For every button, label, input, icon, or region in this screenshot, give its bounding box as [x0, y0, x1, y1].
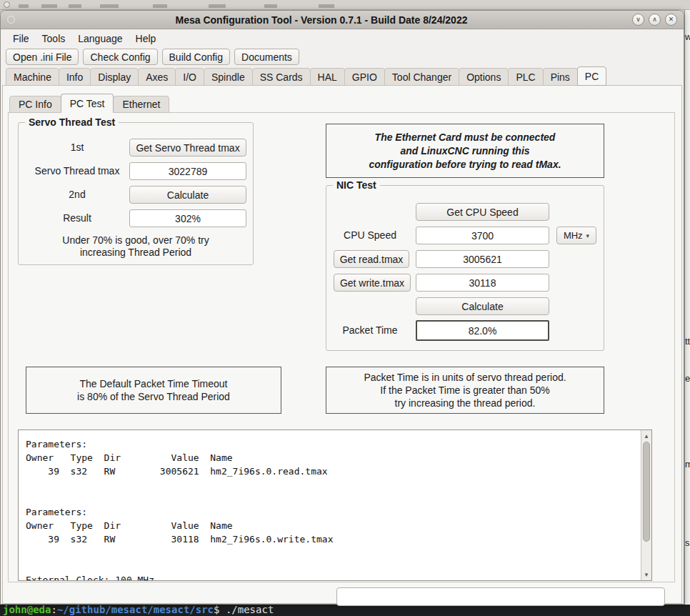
subtab-pc-test[interactable]: PC Test: [61, 94, 114, 113]
packet-note-line1: Packet Time is in units of servo thread …: [364, 371, 566, 384]
titlebar[interactable]: Mesa Configuration Tool - Version 0.7.1 …: [1, 11, 684, 29]
toolbar: Open .ini File Check Config Build Config…: [1, 47, 684, 66]
get-write-tmax-button[interactable]: Get write.tmax: [334, 274, 411, 292]
desktop-fragment: [209, 4, 226, 8]
terminal-window-strip: john@eda:~/github/mesact/mesact/src$ ./m…: [0, 605, 690, 616]
tab-pc[interactable]: PC: [577, 66, 606, 86]
nic-calculate-button[interactable]: Calculate: [416, 297, 549, 315]
cpu-speed-unit-value: MHz: [564, 230, 583, 241]
build-config-button[interactable]: Build Config: [162, 49, 231, 65]
ethernet-note-line3: configuration before trying to read tMax…: [369, 158, 561, 172]
desktop-fragment: [19, 4, 29, 8]
window-controls: ∨ ∧ ✕: [628, 14, 677, 26]
check-config-button[interactable]: Check Config: [83, 49, 157, 65]
scrollbar-thumb[interactable]: [643, 442, 650, 542]
get-servo-thread-tmax-button[interactable]: Get Servo Thread tmax: [129, 139, 246, 157]
tab-tool-changer[interactable]: Tool Changer: [384, 68, 459, 86]
tab-ss-cards[interactable]: SS Cards: [252, 68, 311, 86]
desktop-fragment: [69, 4, 81, 8]
command-entry[interactable]: [336, 587, 665, 606]
subtab-ethernet[interactable]: Ethernet: [113, 96, 169, 113]
nic-test-group: NIC Test Get CPU Speed CPU Speed MHz ▾ G…: [326, 185, 604, 351]
servo-calculate-button[interactable]: Calculate: [129, 186, 246, 204]
hal-output-text[interactable]: Parameters: Owner Type Dir Value Name 39…: [19, 430, 640, 580]
packet-timeout-note: The Default Packet Time Timeout is 80% o…: [26, 367, 281, 414]
result-label: Result: [27, 209, 127, 227]
scroll-up-icon[interactable]: ▲: [641, 431, 651, 441]
menu-tools[interactable]: Tools: [36, 31, 72, 46]
menu-language[interactable]: Language: [71, 31, 129, 46]
subtab-pc-info[interactable]: PC Info: [9, 96, 61, 113]
tab-options[interactable]: Options: [459, 68, 509, 86]
hal-output-panel: Parameters: Owner Type Dir Value Name 39…: [18, 429, 652, 581]
tab-axes[interactable]: Axes: [138, 68, 176, 86]
open-ini-file-button[interactable]: Open .ini File: [6, 49, 79, 65]
packet-time-label: Packet Time: [331, 322, 409, 339]
ethernet-note-line1: The Ethernet Card must be connected: [375, 131, 556, 144]
desktop-fragment: [100, 4, 119, 8]
ethernet-note-line2: and LinuxCNC running this: [400, 144, 529, 158]
tab-plc[interactable]: PLC: [508, 68, 543, 86]
read-tmax-field[interactable]: [416, 250, 549, 268]
close-icon[interactable]: ✕: [665, 14, 677, 26]
packet-note-line2: If the Packet Time is greater than 50%: [380, 384, 549, 397]
nic-test-title: NIC Test: [333, 179, 380, 191]
desktop-fragment: [319, 4, 334, 8]
app-window: Mesa Configuration Tool - Version 0.7.1 …: [0, 10, 684, 605]
background-text-fragment: m: [685, 459, 690, 470]
window-icon: [7, 16, 15, 24]
terminal-separator: :: [51, 605, 56, 615]
get-read-tmax-button[interactable]: Get read.tmax: [334, 250, 409, 268]
servo-note-line1: Under 70% is good, over 70% try: [19, 234, 253, 247]
output-scrollbar[interactable]: ▲ ▼: [641, 430, 651, 580]
background-window-top-strip: [0, 0, 690, 10]
menu-file[interactable]: File: [6, 31, 36, 46]
first-step-label: 1st: [27, 139, 127, 157]
servo-thread-tmax-label: Servo Thread tmax: [27, 162, 127, 180]
tab-display[interactable]: Display: [90, 68, 139, 86]
ethernet-warning-note: The Ethernet Card must be connected and …: [326, 124, 604, 178]
servo-thread-test-group: Servo Thread Test 1st Get Servo Thread t…: [18, 122, 254, 265]
documents-button[interactable]: Documents: [234, 49, 299, 65]
background-text-fragment: w: [685, 31, 690, 42]
tab-pins[interactable]: Pins: [543, 68, 578, 86]
servo-thread-test-title: Servo Thread Test: [25, 116, 119, 128]
menubar: File Tools Language Help: [1, 29, 684, 47]
cpu-speed-field[interactable]: [416, 227, 549, 244]
cpu-speed-unit-select[interactable]: MHz ▾: [556, 227, 596, 244]
desktop-fragment: [153, 4, 167, 8]
tab-machine[interactable]: Machine: [6, 68, 59, 86]
servo-thread-tmax-field[interactable]: [129, 162, 246, 180]
servo-threshold-note: Under 70% is good, over 70% try increasi…: [19, 234, 253, 259]
cpu-speed-label: CPU Speed: [331, 227, 409, 244]
result-field[interactable]: [129, 209, 246, 227]
minimize-icon[interactable]: ∨: [632, 14, 644, 26]
tab-hal[interactable]: HAL: [310, 68, 345, 86]
main-tabbar: Machine Info Display Axes I/O Spindle SS…: [1, 66, 684, 86]
tab-io[interactable]: I/O: [175, 68, 204, 86]
window-title: Mesa Configuration Tool - Version 0.7.1 …: [15, 14, 628, 26]
background-text-fragment: tt: [685, 336, 690, 347]
terminal-command: $ ./mesact: [214, 605, 274, 615]
timeout-note-line2: is 80% of the Servo Thread Period: [77, 390, 230, 403]
terminal-path: ~/github/mesact/mesact/src: [57, 605, 214, 615]
tab-gpio[interactable]: GPIO: [344, 68, 385, 86]
background-text-fragment: el-: [685, 373, 690, 384]
packet-note-line3: try increasing the thread period.: [395, 397, 536, 409]
packet-time-units-note: Packet Time is in units of servo thread …: [326, 367, 604, 414]
desktop-fragment: [264, 4, 277, 8]
desktop-fragment: [41, 4, 57, 8]
maximize-icon[interactable]: ∧: [649, 14, 661, 26]
write-tmax-field[interactable]: [416, 274, 549, 292]
menu-help[interactable]: Help: [129, 31, 163, 46]
timeout-note-line1: The Default Packet Time Timeout: [80, 377, 228, 390]
pc-subtabbar: PC Info PC Test Ethernet: [9, 94, 169, 113]
get-cpu-speed-button[interactable]: Get CPU Speed: [416, 203, 549, 221]
tab-info[interactable]: Info: [59, 68, 91, 86]
terminal-user: john@eda: [3, 605, 51, 615]
background-window-right-strip: w tt el- m s: [684, 10, 690, 605]
background-text-fragment: s: [685, 537, 690, 548]
packet-time-field[interactable]: [416, 320, 549, 341]
scroll-down-icon[interactable]: ▼: [641, 570, 651, 580]
tab-spindle[interactable]: Spindle: [204, 68, 253, 86]
